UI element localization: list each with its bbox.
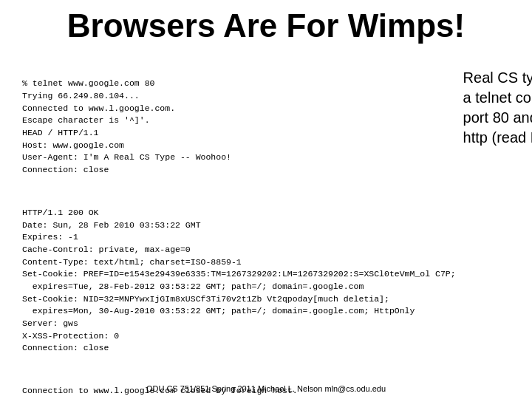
page-title: Browsers Are For Wimps! [22,7,510,44]
terminal-block: % telnet www.google.com 80 Trying 66.249… [22,53,456,399]
terminal-section-2: HTTP/1.1 200 OK Date: Sun, 28 Feb 2010 0… [22,207,456,355]
footer: ODU CS 751/851 Spring 2011 Michael L. Ne… [0,384,532,393]
content-area: % telnet www.google.com 80 Trying 66.249… [22,53,510,399]
callout-text: Real CS types open up a telnet connectio… [463,68,532,148]
page: Browsers Are For Wimps! % telnet www.goo… [0,0,532,399]
terminal-section-1: % telnet www.google.com 80 Trying 66.249… [22,78,456,176]
